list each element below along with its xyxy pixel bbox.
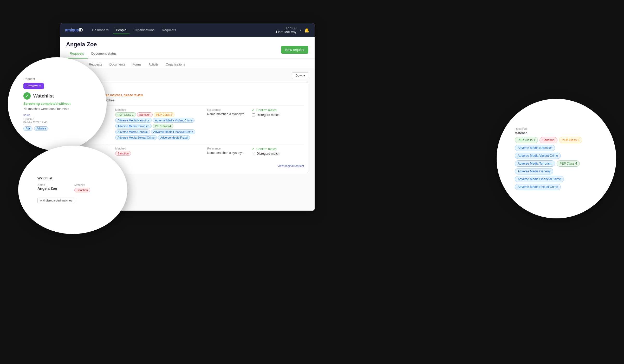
confirm-match-label-2: Confirm match [256, 147, 277, 151]
bubble-partial-tags: Ad▾ Adverse [23, 126, 91, 131]
view-original-link[interactable]: View original request [277, 164, 304, 167]
navbar-right: ABC Ltd Liam McEvoy ▾ 🔔 [276, 27, 309, 34]
updated-date: 04 Mar 2022 12:40 [23, 121, 47, 124]
bubble-tag-adverse: Adverse [34, 126, 48, 131]
bubble-left-bottom-inner: Watchlist Name Angela Zoe Matched Sancti… [31, 170, 114, 210]
bubble-updated: Updated 04 Mar 2022 12:40 [23, 118, 91, 124]
tag-pep-class-4: PEP Class 4 [153, 124, 173, 128]
tag-sanction-1: Sanction [137, 112, 153, 117]
tag-adverse-terrorism: Adverse Media Terrorism [115, 124, 152, 128]
bubble-name-col: Name Angela Zoe [37, 183, 71, 192]
bell-icon[interactable]: 🔔 [304, 28, 309, 33]
bubble-tag-pep2: PEP Class 2 [559, 137, 582, 143]
bubble-tag-pep4: PEP Class 4 [557, 160, 580, 167]
navbar-username: Liam McEvoy [276, 30, 296, 34]
relevance-value-2: Name matched a synonym [207, 151, 249, 155]
page-header: Angela Zoe Requests Document status New … [60, 37, 315, 59]
relevance-col-2: Relevance Name matched a synonym [207, 147, 249, 155]
navbar-user: ABC Ltd Liam McEvoy [276, 27, 296, 34]
download-button[interactable]: Down▾ [292, 72, 308, 79]
new-request-button[interactable]: New request [281, 46, 308, 54]
tab-activity[interactable]: Activity [146, 61, 161, 68]
tag-adverse-sexual: Adverse Media Sexual Crime [115, 135, 157, 140]
bubble-request-label: Request [23, 77, 91, 81]
bubble-tag-adverse-terrorism: Adverse Media Terrorism [515, 160, 555, 167]
bubble-tag-sanction: Sanction [540, 137, 557, 143]
relevance-label-2: Relevance [207, 147, 249, 150]
bubble-name-value: Angela Zoe [37, 186, 71, 191]
relevance-col: Relevance Name matched a synonym [207, 108, 249, 116]
tag-adverse-general: Adverse Media General [115, 129, 150, 134]
navbar: amiqusID Dashboard People Organisations … [60, 23, 315, 37]
nav-dashboard[interactable]: Dashboard [89, 27, 112, 34]
relevance-value: Name matched a synonym [207, 112, 249, 116]
nav-links: Dashboard People Organisations Requests [89, 27, 270, 34]
tab-requests[interactable]: Requests [86, 61, 105, 68]
status-dropdown-button[interactable]: Preview ▾ [23, 83, 44, 89]
bubble-matched-label: Matched [74, 183, 108, 186]
matched-label-2: Matched [115, 147, 204, 150]
bubble-left-top-inner: Request Preview ▾ ✓ Watchlist Screening … [18, 72, 96, 136]
tag-adverse-narcotics: Adverse Media Narcotics [115, 118, 152, 123]
bubble-no-matches: No matches were found for this s [23, 107, 91, 111]
bubble-matched-col: Matched Sanction [74, 183, 108, 192]
match-tags-col: Matched PEP Class 1 Sanction PEP Class 2… [115, 108, 204, 140]
bubble-watchlist-header: ✓ Watchlist [23, 92, 91, 100]
watchlist-header: ! Watchlist [70, 87, 304, 91]
bubble-right-inner: Received: Matched PEP Class 1 Sanction P… [510, 122, 603, 195]
disregard-match-label-2: Disregard match [257, 152, 280, 155]
bubble-url: us.co [23, 113, 91, 116]
updated-label: Updated [23, 118, 34, 121]
tag-adverse-financial: Adverse Media Financial Crime [151, 129, 196, 134]
bubble-tag-adverse-violent: Adverse Media Violent Crime [515, 153, 561, 159]
tag-pep-class-1: PEP Class 1 [115, 112, 136, 117]
nav-organisations[interactable]: Organisations [131, 27, 158, 34]
bubble-tag-adverse-general: Adverse Media General [515, 168, 553, 174]
navbar-company: ABC Ltd [276, 27, 296, 30]
disregard-match-row[interactable]: Disregard match [252, 113, 304, 117]
tab-requests[interactable]: Requests [66, 49, 88, 58]
bubble-bottom-section-title: Watchlist [37, 176, 108, 180]
bubble-disregarded-button[interactable]: w 6 disregarded matches [37, 198, 75, 203]
tab-documents[interactable]: Documents [107, 61, 128, 68]
tag-adverse-violent: Adverse Media Violent Crime [153, 118, 194, 123]
confirm-match-row[interactable]: ✓ Confirm match [252, 108, 304, 112]
bubble-watchlist-title: Watchlist [33, 93, 54, 99]
confirm-match-row-2[interactable]: ✓ Confirm match [252, 147, 304, 151]
page-tabs: Overview Requests Documents Forms Activi… [60, 59, 315, 68]
bubble-sanction-match: Watchlist Name Angela Zoe Matched Sancti… [18, 146, 127, 234]
bubble-check-icon: ✓ [23, 92, 31, 100]
tag-sanction-2: Sanction [115, 151, 131, 156]
bubble-tag-pep1: PEP Class 1 [515, 137, 538, 143]
latest-checks-header: Latest Checks Down▾ [66, 72, 308, 79]
bubble-tag-list: PEP Class 1 Sanction PEP Class 2 Adverse… [515, 137, 598, 190]
tab-organisations[interactable]: Organisations [163, 61, 187, 68]
bubble-tag-adverse-sexual: Adverse Media Sexual Crime [515, 184, 561, 190]
match-actions-1: ✓ Confirm match Disregard match [252, 108, 304, 117]
disregard-match-row-2[interactable]: Disregard match [252, 152, 304, 155]
bubble-matched-header: Matched [515, 131, 598, 135]
nav-requests[interactable]: Requests [159, 27, 179, 34]
bubble-watchlist-success: Request Preview ▾ ✓ Watchlist Screening … [8, 57, 107, 151]
tab-forms[interactable]: Forms [130, 61, 144, 68]
disregard-match-label: Disregard match [257, 113, 280, 117]
matched-label: Matched [115, 108, 204, 111]
bubble-sanction-tag: Sanction [74, 188, 90, 192]
bubble-tag-ad: Ad▾ [23, 126, 32, 131]
chevron-down-icon[interactable]: ▾ [300, 28, 301, 32]
match-actions-2: ✓ Confirm match Disregard match [252, 147, 304, 155]
nav-people[interactable]: People [113, 27, 129, 34]
bubble-received-label: Received: [515, 127, 598, 130]
tag-pep-class-2: PEP Class 2 [154, 112, 174, 117]
bubble-screening-ok: Screening completed without [23, 102, 91, 106]
match-tags-col-2: Matched Sanction [115, 147, 204, 156]
bubble-tag-cloud: Received: Matched PEP Class 1 Sanction P… [497, 99, 616, 218]
bubble-tag-adverse-financial: Adverse Media Financial Crime [515, 176, 564, 182]
tag-adverse-fraud: Adverse Media Fraud [158, 135, 190, 140]
brand-logo[interactable]: amiqusID [65, 28, 83, 32]
sub-tabs: Requests Document status [66, 49, 120, 58]
tab-document-status[interactable]: Document status [88, 49, 120, 58]
relevance-label: Relevance [207, 108, 249, 111]
bubble-tag-adverse-narcotics: Adverse Media Narcotics [515, 145, 555, 151]
page-title: Angela Zoe [66, 41, 120, 48]
